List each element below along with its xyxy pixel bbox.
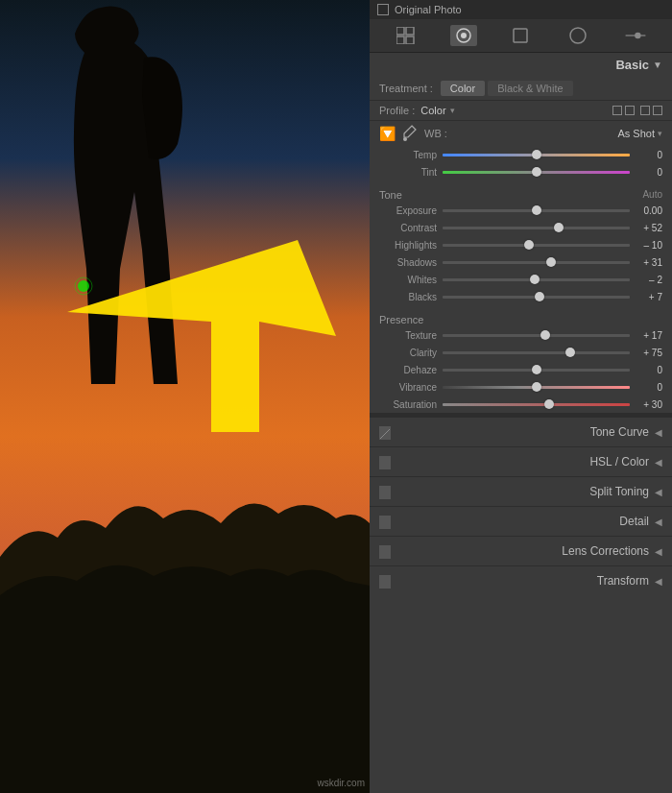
highlights-thumb[interactable] <box>524 240 534 250</box>
vibrance-value: 0 <box>636 382 662 393</box>
adjustment-brush-icon[interactable] <box>622 25 649 46</box>
exposure-thumb[interactable] <box>532 205 541 215</box>
grid-sq-3 <box>640 106 650 115</box>
whites-thumb[interactable] <box>530 275 540 284</box>
split-toning-section[interactable]: Split Toning ◀ <box>370 476 672 506</box>
shadows-thumb[interactable] <box>546 257 556 267</box>
grid-icon[interactable] <box>393 25 420 46</box>
vibrance-slider-track[interactable] <box>443 380 630 394</box>
hsl-color-section[interactable]: HSL / Color ◀ <box>370 446 672 476</box>
svg-rect-4 <box>396 27 404 35</box>
color-button[interactable]: Color <box>441 81 485 96</box>
split-toning-title: Split Toning <box>398 485 649 498</box>
svg-point-9 <box>461 33 467 38</box>
wb-value-container[interactable]: As Shot ▾ <box>617 128 662 139</box>
wb-label: WB : <box>424 128 447 139</box>
tint-thumb[interactable] <box>532 167 541 177</box>
svg-point-13 <box>635 33 640 38</box>
basic-header: Basic ▼ <box>370 53 672 77</box>
contrast-thumb[interactable] <box>554 223 564 232</box>
lens-corrections-arrow: ◀ <box>655 546 662 557</box>
split-toning-arrow: ◀ <box>655 487 662 497</box>
tone-curve-section[interactable]: Tone Curve ◀ <box>370 417 672 446</box>
vibrance-thumb[interactable] <box>532 382 541 392</box>
svg-rect-7 <box>406 36 414 44</box>
profile-label: Profile : <box>379 105 415 116</box>
healing-icon[interactable] <box>507 25 534 46</box>
highlights-slider-track[interactable] <box>443 238 630 252</box>
clarity-label: Clarity <box>379 348 437 358</box>
dehaze-thumb[interactable] <box>532 365 541 374</box>
detail-section[interactable]: Detail ◀ <box>370 506 672 536</box>
exposure-slider-track[interactable] <box>443 204 630 217</box>
crop-icon[interactable] <box>450 25 477 46</box>
temp-slider-track[interactable] <box>443 148 630 161</box>
blacks-value: + 7 <box>636 292 662 302</box>
svg-rect-18 <box>379 488 391 499</box>
original-photo-checkbox[interactable] <box>377 4 389 15</box>
tint-value: 0 <box>636 167 662 178</box>
texture-slider-row: Texture + 17 <box>370 326 672 344</box>
graduated-filter-icon[interactable] <box>564 25 591 46</box>
tint-slider-track[interactable] <box>443 165 630 179</box>
clarity-thumb[interactable] <box>565 348 575 357</box>
texture-thumb[interactable] <box>540 330 550 340</box>
svg-rect-19 <box>379 517 391 529</box>
profile-grid-buttons[interactable] <box>612 106 662 116</box>
dehaze-slider-track[interactable] <box>443 363 630 376</box>
icon-toolbar <box>370 19 672 53</box>
contrast-slider-row: Contrast + 52 <box>370 219 672 236</box>
whites-slider-row: Whites – 2 <box>370 271 672 288</box>
blacks-thumb[interactable] <box>535 292 544 301</box>
temp-thumb[interactable] <box>532 150 541 159</box>
svg-point-14 <box>403 137 407 141</box>
contrast-slider-track[interactable] <box>443 221 630 234</box>
dehaze-slider-row: Dehaze 0 <box>370 361 672 378</box>
saturation-thumb[interactable] <box>544 399 554 409</box>
saturation-label: Saturation <box>379 399 437 410</box>
profile-dropdown-arrow[interactable]: ▾ <box>450 106 455 115</box>
texture-slider-track[interactable] <box>443 328 630 342</box>
tone-section-label: Tone Auto <box>370 186 672 202</box>
whites-value: – 2 <box>636 275 662 285</box>
svg-marker-3 <box>67 240 336 432</box>
svg-rect-21 <box>379 577 391 589</box>
blacks-slider-track[interactable] <box>443 290 630 303</box>
transform-section[interactable]: Transform ◀ <box>370 565 672 595</box>
exposure-value: 0.00 <box>636 205 662 216</box>
detail-title: Detail <box>398 515 649 528</box>
highlights-slider-row: Highlights – 10 <box>370 236 672 253</box>
temp-slider-row: Temp 0 <box>370 146 672 163</box>
tint-slider-row: Tint 0 <box>370 163 672 180</box>
black-white-button[interactable]: Black & White <box>488 81 572 96</box>
wb-value: As Shot <box>617 128 655 139</box>
svg-rect-5 <box>406 27 414 35</box>
tone-auto-button[interactable]: Auto <box>642 189 662 201</box>
dehaze-label: Dehaze <box>379 365 437 375</box>
shadows-label: Shadows <box>379 257 437 268</box>
tone-title: Tone <box>379 189 402 201</box>
photo-panel: wskdir.com <box>0 0 370 793</box>
saturation-value: + 30 <box>636 399 662 410</box>
exposure-slider-row: Exposure 0.00 <box>370 202 672 219</box>
blacks-slider-row: Blacks + 7 <box>370 288 672 305</box>
presence-title: Presence <box>379 314 423 325</box>
eyedropper-svg-icon[interactable] <box>403 125 417 142</box>
contrast-value: + 52 <box>636 223 662 233</box>
whites-slider-track[interactable] <box>443 273 630 286</box>
transform-title: Transform <box>398 574 649 588</box>
svg-point-11 <box>570 28 586 43</box>
watermark: wskdir.com <box>318 778 365 788</box>
shadows-slider-track[interactable] <box>443 255 630 269</box>
hsl-color-arrow: ◀ <box>655 457 662 468</box>
temp-label: Temp <box>379 150 437 160</box>
eyedropper-icon[interactable]: 🔽 <box>379 126 396 141</box>
svg-rect-10 <box>514 29 527 42</box>
clarity-slider-track[interactable] <box>443 346 630 359</box>
lens-corrections-section[interactable]: Lens Corrections ◀ <box>370 536 672 565</box>
basic-dropdown-arrow[interactable]: ▼ <box>653 60 662 70</box>
temp-value: 0 <box>636 150 662 160</box>
saturation-slider-track[interactable] <box>443 397 630 411</box>
whites-label: Whites <box>379 275 437 285</box>
highlights-value: – 10 <box>636 240 662 251</box>
